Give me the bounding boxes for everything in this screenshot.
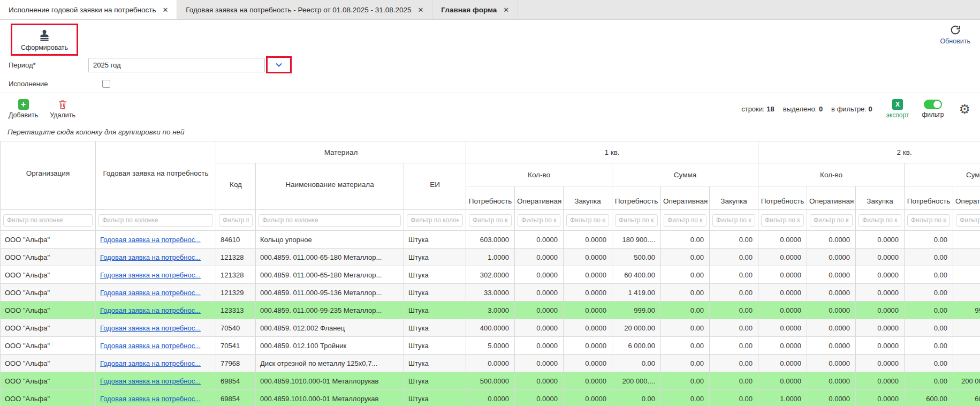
cell-value: 0.00 bbox=[710, 266, 758, 284]
col-header-purchase[interactable]: Закупка bbox=[564, 186, 612, 210]
col-header-operative[interactable]: Оперативная bbox=[807, 186, 856, 210]
chevron-down-icon[interactable] bbox=[275, 61, 283, 69]
col-header-purchase[interactable]: Закупка bbox=[710, 186, 758, 210]
col-header-need[interactable]: Потребность bbox=[466, 186, 515, 210]
filter-input[interactable] bbox=[3, 214, 93, 227]
cell-value: 0.00 bbox=[661, 319, 710, 337]
period-input[interactable] bbox=[88, 58, 265, 72]
filter-input[interactable] bbox=[407, 214, 463, 227]
refresh-button[interactable]: Обновить bbox=[940, 24, 970, 45]
cell-code: 123313 bbox=[216, 302, 256, 319]
filter-cell bbox=[564, 210, 612, 231]
table-row[interactable]: ООО "Альфа"Годовая заявка на потребнос..… bbox=[1, 284, 980, 302]
subgroup-header-qty: Кол-во bbox=[466, 163, 612, 186]
col-header-need[interactable]: Потребность bbox=[612, 186, 661, 210]
table-row[interactable]: ООО "Альфа"Годовая заявка на потребнос..… bbox=[1, 319, 980, 337]
col-header-org[interactable]: Организация bbox=[1, 141, 96, 210]
col-header-operative[interactable]: Оперативная bbox=[953, 186, 980, 210]
table-row[interactable]: ООО "Альфа"Годовая заявка на потребнос..… bbox=[1, 355, 980, 372]
col-header-purchase[interactable]: Закупка bbox=[856, 186, 905, 210]
cell-value: 0.00 bbox=[905, 319, 953, 337]
request-link[interactable]: Годовая заявка на потребнос... bbox=[100, 236, 201, 244]
cell-material-name: 000.4859. 011.000-65-180 Металлор... bbox=[256, 249, 404, 266]
filter-input[interactable] bbox=[761, 214, 804, 227]
table-row[interactable]: ООО "Альфа"Годовая заявка на потребнос..… bbox=[1, 302, 980, 319]
group-header-q2: 2 кв. bbox=[758, 141, 980, 163]
col-header-need[interactable]: Потребность bbox=[905, 186, 953, 210]
filter-input[interactable] bbox=[664, 214, 706, 227]
filter-cell bbox=[466, 210, 515, 231]
cell-value: 500.0000 bbox=[466, 372, 515, 390]
cell-value: 0.00 bbox=[710, 249, 758, 266]
filter-input[interactable] bbox=[566, 214, 609, 227]
delete-button[interactable]: Удалить bbox=[50, 99, 75, 119]
cell-unit: Штука bbox=[404, 249, 466, 266]
filter-cell bbox=[710, 210, 758, 231]
filter-input[interactable] bbox=[219, 214, 253, 227]
export-button[interactable]: X экспорт bbox=[886, 99, 909, 119]
cell-value: 0.00 bbox=[905, 337, 953, 355]
add-button[interactable]: + Добавить bbox=[9, 99, 38, 119]
filter-input[interactable] bbox=[859, 214, 901, 227]
request-link[interactable]: Годовая заявка на потребнос... bbox=[100, 377, 201, 385]
tab-main-form[interactable]: Главная форма ✕ bbox=[432, 0, 518, 19]
cell-unit: Штука bbox=[404, 355, 466, 372]
cell-value: 0.0000 bbox=[758, 284, 807, 302]
generate-button[interactable]: Сформировать bbox=[21, 28, 68, 51]
col-header-name[interactable]: Наименование материала bbox=[256, 163, 404, 210]
col-header-code[interactable]: Код bbox=[216, 163, 256, 210]
request-link[interactable]: Годовая заявка на потребнос... bbox=[100, 271, 201, 279]
cell-value: 0.00 bbox=[661, 355, 710, 372]
filter-cell bbox=[96, 210, 216, 231]
filter-input[interactable] bbox=[907, 214, 950, 227]
request-link[interactable]: Годовая заявка на потребнос... bbox=[100, 306, 201, 314]
col-header-operative[interactable]: Оперативная bbox=[515, 186, 564, 210]
cell-value: 1.0000 bbox=[758, 390, 807, 406]
col-header-unit[interactable]: ЕИ bbox=[404, 163, 466, 210]
close-icon[interactable]: ✕ bbox=[162, 6, 168, 13]
stamp-icon bbox=[37, 28, 51, 42]
close-icon[interactable]: ✕ bbox=[417, 6, 423, 13]
execution-checkbox[interactable] bbox=[102, 80, 110, 88]
cell-value: 0.00 bbox=[710, 337, 758, 355]
close-icon[interactable]: ✕ bbox=[503, 6, 509, 13]
table-row[interactable]: ООО "Альфа"Годовая заявка на потребнос..… bbox=[1, 372, 980, 390]
table-row[interactable]: ООО "Альфа"Годовая заявка на потребнос..… bbox=[1, 231, 980, 249]
filter-input[interactable] bbox=[98, 214, 213, 227]
table-row[interactable]: ООО "Альфа"Годовая заявка на потребнос..… bbox=[1, 266, 980, 284]
request-link[interactable]: Годовая заявка на потребнос... bbox=[100, 359, 201, 367]
request-link[interactable]: Годовая заявка на потребнос... bbox=[100, 342, 201, 350]
request-link[interactable]: Годовая заявка на потребнос... bbox=[100, 324, 201, 332]
cell-value: 0.0000 bbox=[564, 319, 612, 337]
request-link[interactable]: Годовая заявка на потребнос... bbox=[100, 289, 201, 297]
toggle-icon[interactable] bbox=[924, 100, 942, 109]
cell-value: 0.00 bbox=[953, 337, 980, 355]
filter-input[interactable] bbox=[469, 214, 512, 227]
table-row[interactable]: ООО "Альфа"Годовая заявка на потребнос..… bbox=[1, 390, 980, 406]
cell-value: 0.00 bbox=[905, 231, 953, 249]
filter-toggle[interactable]: фильтр bbox=[922, 100, 944, 118]
table-row[interactable]: ООО "Альфа"Годовая заявка на потребнос..… bbox=[1, 337, 980, 355]
cell-value: 0.0000 bbox=[758, 266, 807, 284]
filter-input[interactable] bbox=[518, 214, 560, 227]
filter-input[interactable] bbox=[810, 214, 853, 227]
group-by-hint[interactable]: Перетащите сюда колонку для группировки … bbox=[0, 124, 980, 141]
filter-input[interactable] bbox=[712, 214, 755, 227]
col-header-request[interactable]: Годовая заявка на потребность bbox=[96, 141, 216, 210]
tab-registry[interactable]: Годовая заявка на потребность - Реестр о… bbox=[177, 0, 432, 19]
filter-input[interactable] bbox=[259, 214, 401, 227]
request-link[interactable]: Годовая заявка на потребнос... bbox=[100, 395, 201, 403]
gear-icon[interactable]: ⚙ bbox=[959, 103, 970, 116]
filter-toggle-label: фильтр bbox=[922, 111, 944, 118]
request-link[interactable]: Годовая заявка на потребнос... bbox=[100, 253, 201, 261]
table-row[interactable]: ООО "Альфа"Годовая заявка на потребнос..… bbox=[1, 249, 980, 266]
cell-value: 0.0000 bbox=[515, 231, 564, 249]
cell-value: 0.00 bbox=[953, 266, 980, 284]
col-header-operative[interactable]: Оперативная bbox=[661, 186, 710, 210]
filter-input[interactable] bbox=[615, 214, 658, 227]
tab-execution[interactable]: Исполнение годовой заявки на потребность… bbox=[0, 0, 177, 19]
cell-value: 0.00 bbox=[661, 284, 710, 302]
col-header-need[interactable]: Потребность bbox=[758, 186, 807, 210]
cell-unit: Штука bbox=[404, 231, 466, 249]
filter-input[interactable] bbox=[956, 214, 980, 227]
